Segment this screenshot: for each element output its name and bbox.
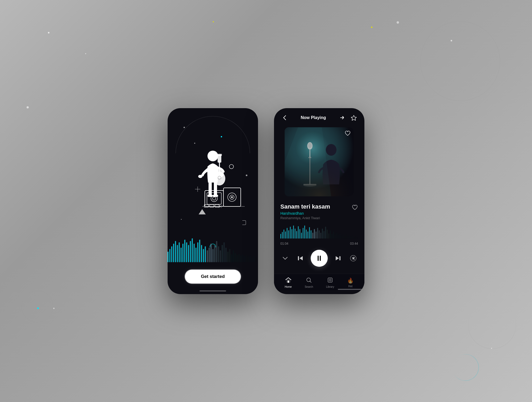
svg-rect-46 — [197, 242, 199, 262]
waveform-phone2[interactable] — [274, 222, 364, 241]
like-button[interactable] — [352, 204, 358, 212]
svg-rect-138 — [354, 237, 355, 238]
svg-rect-117 — [320, 232, 321, 239]
svg-rect-118 — [322, 228, 323, 239]
song-title: Sanam teri kasam — [280, 203, 330, 210]
svg-rect-21 — [214, 181, 217, 196]
svg-rect-67 — [236, 255, 238, 262]
svg-rect-17 — [217, 154, 222, 156]
nav-home[interactable]: Home — [285, 277, 292, 288]
svg-rect-11 — [215, 205, 219, 207]
svg-rect-74 — [250, 255, 251, 262]
phone-onboarding: Get started — [168, 108, 258, 294]
svg-rect-52 — [209, 248, 210, 262]
svg-rect-71 — [244, 256, 245, 262]
svg-rect-116 — [319, 230, 320, 239]
svg-rect-101 — [295, 228, 296, 239]
svg-rect-140 — [357, 237, 358, 238]
svg-rect-147 — [288, 281, 289, 283]
svg-rect-100 — [293, 225, 294, 239]
song-artist-secondary: Reshammiya, Ankit Tiwari — [280, 216, 330, 220]
svg-rect-103 — [298, 226, 299, 239]
svg-rect-108 — [306, 229, 307, 238]
svg-rect-35 — [177, 245, 178, 262]
svg-rect-98 — [290, 227, 291, 239]
svg-rect-34 — [175, 241, 176, 262]
svg-rect-142 — [298, 256, 299, 260]
svg-marker-78 — [351, 115, 356, 120]
share-button[interactable] — [338, 113, 346, 122]
time-row: 01:04 03:44 — [274, 241, 364, 247]
svg-rect-51 — [207, 250, 208, 262]
get-started-button[interactable]: Get started — [185, 270, 241, 283]
svg-rect-102 — [296, 231, 297, 239]
current-time: 01:04 — [280, 242, 288, 246]
svg-rect-60 — [223, 242, 225, 262]
album-art-heart[interactable] — [345, 130, 351, 137]
svg-rect-95 — [285, 231, 286, 239]
svg-rect-114 — [315, 231, 317, 239]
favorite-button[interactable] — [350, 113, 358, 122]
svg-point-12 — [207, 151, 218, 161]
get-started-area[interactable]: Get started — [185, 270, 241, 283]
svg-rect-77 — [255, 257, 256, 262]
svg-rect-123 — [330, 230, 331, 239]
svg-rect-96 — [287, 228, 288, 239]
svg-rect-76 — [253, 256, 255, 262]
svg-rect-104 — [300, 229, 301, 239]
prev-button[interactable] — [296, 253, 305, 263]
back-button[interactable] — [280, 113, 289, 122]
svg-rect-130 — [341, 235, 342, 239]
song-artist-primary: Harshvardhan — [280, 211, 330, 215]
svg-point-7 — [231, 196, 233, 198]
next-button[interactable] — [333, 253, 343, 263]
svg-rect-109 — [307, 231, 309, 239]
svg-point-19 — [198, 175, 202, 178]
svg-rect-65 — [233, 250, 234, 262]
home-indicator-2 — [338, 289, 364, 290]
svg-rect-47 — [199, 240, 201, 262]
home-indicator-1 — [200, 290, 226, 291]
nav-library[interactable]: Library — [326, 277, 334, 288]
svg-rect-73 — [248, 256, 249, 262]
phone-now-playing: Now Playing — [274, 108, 364, 294]
svg-marker-141 — [300, 256, 303, 260]
now-playing-title: Now Playing — [301, 115, 326, 120]
shuffle-button[interactable] — [348, 253, 358, 263]
svg-rect-64 — [231, 254, 232, 262]
svg-rect-126 — [335, 234, 336, 238]
svg-rect-128 — [338, 235, 339, 238]
queue-button[interactable] — [280, 253, 290, 263]
svg-marker-143 — [336, 256, 339, 260]
svg-rect-124 — [331, 234, 332, 239]
svg-rect-68 — [238, 254, 240, 262]
nav-search-label: Search — [305, 285, 313, 288]
bottom-nav: Home Search — [274, 274, 364, 290]
svg-rect-113 — [314, 229, 315, 239]
svg-rect-38 — [182, 244, 184, 262]
svg-rect-43 — [192, 238, 193, 262]
svg-point-3 — [213, 197, 216, 200]
svg-rect-66 — [235, 253, 236, 262]
svg-rect-69 — [240, 255, 242, 262]
nav-home-label: Home — [285, 285, 292, 288]
svg-rect-56 — [216, 241, 217, 262]
nav-library-label: Library — [326, 285, 334, 288]
svg-rect-119 — [323, 231, 325, 239]
svg-rect-93 — [282, 232, 283, 238]
nav-search[interactable]: Search — [305, 277, 313, 288]
svg-rect-63 — [229, 249, 230, 262]
svg-rect-112 — [312, 232, 313, 239]
svg-rect-57 — [218, 246, 219, 262]
nav-hot[interactable]: 🔥 Hot — [347, 277, 354, 288]
svg-rect-111 — [311, 230, 312, 239]
play-pause-button[interactable] — [311, 250, 328, 267]
album-art-container — [274, 125, 364, 199]
phones-container: Get started Now Playing — [168, 108, 364, 294]
svg-rect-55 — [214, 245, 215, 262]
svg-rect-44 — [194, 244, 195, 262]
svg-rect-132 — [344, 236, 345, 239]
svg-rect-41 — [188, 245, 189, 262]
svg-rect-10 — [210, 205, 214, 207]
svg-rect-45 — [196, 248, 197, 262]
